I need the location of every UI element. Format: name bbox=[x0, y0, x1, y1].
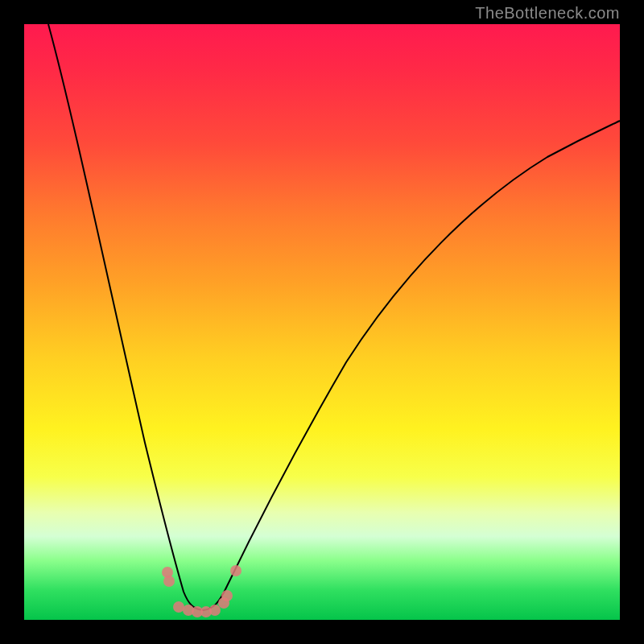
marker-dot bbox=[209, 605, 221, 616]
marker-group bbox=[162, 565, 242, 617]
marker-dot bbox=[221, 590, 233, 601]
marker-dot bbox=[230, 565, 242, 576]
marker-dot bbox=[163, 576, 175, 587]
watermark-text: TheBottleneck.com bbox=[475, 5, 620, 21]
chart-svg bbox=[24, 24, 620, 620]
marker-dot bbox=[173, 601, 184, 613]
outer-frame: TheBottleneck.com bbox=[0, 0, 644, 644]
curve-path bbox=[48, 24, 620, 610]
